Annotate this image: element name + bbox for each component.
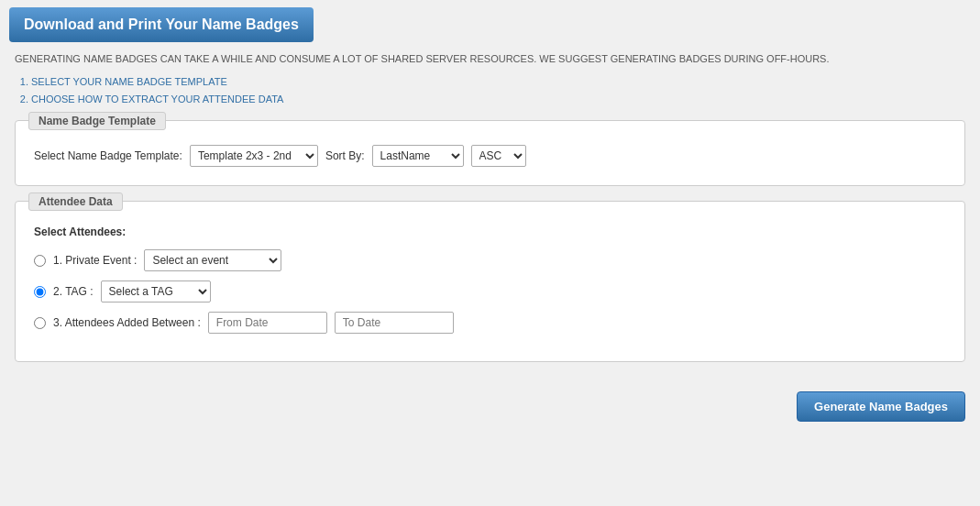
select-attendees-label: Select Attendees: bbox=[34, 226, 946, 238]
from-date-input[interactable] bbox=[208, 312, 327, 334]
notice-text: GENERATING NAME BADGES CAN TAKE A WHILE … bbox=[15, 53, 965, 64]
instructions: SELECT YOUR NAME BADGE TEMPLATE CHOOSE H… bbox=[15, 73, 965, 107]
to-date-input[interactable] bbox=[335, 312, 454, 334]
date-range-radio[interactable] bbox=[34, 317, 46, 329]
page-title: Download and Print Your Name Badges bbox=[9, 7, 314, 42]
tag-label: 2. TAG : bbox=[53, 285, 94, 298]
tag-select[interactable]: Select a TAG bbox=[101, 280, 211, 302]
date-range-row: 3. Attendees Added Between : bbox=[34, 312, 946, 334]
template-row: Select Name Badge Template: Template 2x3… bbox=[34, 145, 946, 167]
instruction-step1: SELECT YOUR NAME BADGE TEMPLATE bbox=[31, 73, 965, 91]
private-event-radio[interactable] bbox=[34, 255, 46, 267]
generate-button[interactable]: Generate Name Badges bbox=[797, 391, 965, 422]
footer: Generate Name Badges bbox=[0, 391, 980, 436]
template-select[interactable]: Template 2x3 - 2nd bbox=[190, 145, 318, 167]
tag-row: 2. TAG : Select a TAG bbox=[34, 280, 946, 302]
attendee-data-panel-legend: Attendee Data bbox=[28, 192, 123, 211]
template-select-label: Select Name Badge Template: bbox=[34, 149, 182, 162]
sort-by-select[interactable]: LastName FirstName Email bbox=[372, 145, 464, 167]
event-select[interactable]: Select an event bbox=[144, 249, 281, 271]
name-badge-panel: Name Badge Template Select Name Badge Te… bbox=[15, 120, 965, 186]
private-event-label: 1. Private Event : bbox=[53, 254, 137, 267]
name-badge-panel-legend: Name Badge Template bbox=[28, 112, 166, 130]
sort-dir-select[interactable]: ASC DESC bbox=[471, 145, 526, 167]
instruction-step2: CHOOSE HOW TO EXTRACT YOUR ATTENDEE DATA bbox=[31, 91, 965, 108]
attendee-data-panel: Attendee Data Select Attendees: 1. Priva… bbox=[15, 201, 965, 362]
date-range-label: 3. Attendees Added Between : bbox=[53, 316, 201, 329]
tag-radio[interactable] bbox=[34, 286, 46, 298]
sort-by-label: Sort By: bbox=[325, 149, 365, 162]
private-event-row: 1. Private Event : Select an event bbox=[34, 249, 946, 271]
